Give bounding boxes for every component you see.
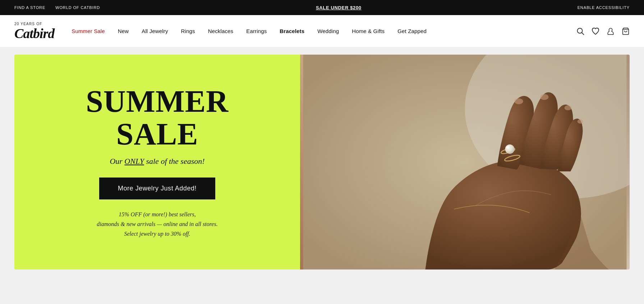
- find-store-link[interactable]: FIND A STORE: [14, 5, 45, 10]
- logo-tagline: 20 YEARS OF: [14, 22, 54, 26]
- nav-get-zapped[interactable]: Get Zapped: [397, 28, 427, 34]
- nav-bracelets[interactable]: Bracelets: [280, 28, 304, 34]
- svg-point-0: [578, 28, 583, 33]
- nav-bar: 20 YEARS OF Catbird Summer Sale New All …: [0, 15, 644, 47]
- top-bar-left: FIND A STORE WORLD OF CATBIRD: [14, 5, 100, 10]
- svg-point-13: [578, 119, 583, 124]
- hero-left: SUMMER SALE Our ONLY sale of the season!…: [14, 55, 300, 270]
- svg-point-10: [515, 98, 523, 104]
- hero-desc-line3: Select jewelry up to 30% off.: [124, 231, 190, 237]
- hero-title-line1: SUMMER: [86, 84, 229, 119]
- svg-point-9: [506, 146, 510, 149]
- nav-rings[interactable]: Rings: [181, 28, 195, 34]
- hero-title: SUMMER SALE: [86, 85, 229, 150]
- hero: SUMMER SALE Our ONLY sale of the season!…: [14, 55, 630, 270]
- nav-earrings[interactable]: Earrings: [246, 28, 267, 34]
- wishlist-icon[interactable]: [592, 27, 599, 35]
- promo-link[interactable]: SALE UNDER $200: [316, 5, 362, 10]
- nav-home-gifts[interactable]: Home & Gifts: [352, 28, 385, 34]
- nav-necklaces[interactable]: Necklaces: [208, 28, 234, 34]
- svg-point-11: [540, 94, 549, 100]
- nav-summer-sale[interactable]: Summer Sale: [72, 28, 105, 34]
- search-icon[interactable]: [576, 27, 584, 35]
- nav-wedding[interactable]: Wedding: [317, 28, 339, 34]
- svg-line-1: [582, 32, 584, 35]
- world-of-catbird-link[interactable]: WORLD OF CATBIRD: [55, 5, 100, 10]
- hero-title-line2: SALE: [116, 117, 198, 151]
- hero-description: 15% OFF (or more!) best sellers, diamond…: [97, 209, 217, 239]
- nav-all-jewelry[interactable]: All Jewelry: [142, 28, 168, 34]
- accessibility-link[interactable]: ENABLE ACCESSIBILITY: [578, 5, 630, 10]
- svg-point-12: [565, 105, 572, 110]
- hero-desc-line1: 15% OFF (or more!) best sellers,: [119, 211, 196, 217]
- hero-subtitle: Our ONLY sale of the season!: [110, 157, 204, 166]
- cart-icon[interactable]: [622, 27, 630, 35]
- svg-point-8: [505, 144, 515, 154]
- hero-cta-button[interactable]: More Jewelry Just Added!: [99, 178, 215, 199]
- top-bar-right: ENABLE ACCESSIBILITY: [578, 5, 630, 10]
- logo-area[interactable]: 20 YEARS OF Catbird: [14, 22, 54, 40]
- nav-new[interactable]: New: [118, 28, 129, 34]
- nav-links: Summer Sale New All Jewelry Rings Neckla…: [72, 28, 576, 34]
- hero-image: [300, 55, 630, 270]
- top-bar-center: SALE UNDER $200: [316, 5, 362, 10]
- top-bar: FIND A STORE WORLD OF CATBIRD SALE UNDER…: [0, 0, 644, 15]
- nav-icons: [576, 27, 630, 35]
- logo-text: Catbird: [14, 27, 54, 40]
- hero-desc-line2: diamonds & new arrivals — online and in …: [97, 221, 217, 227]
- account-icon[interactable]: [607, 27, 615, 35]
